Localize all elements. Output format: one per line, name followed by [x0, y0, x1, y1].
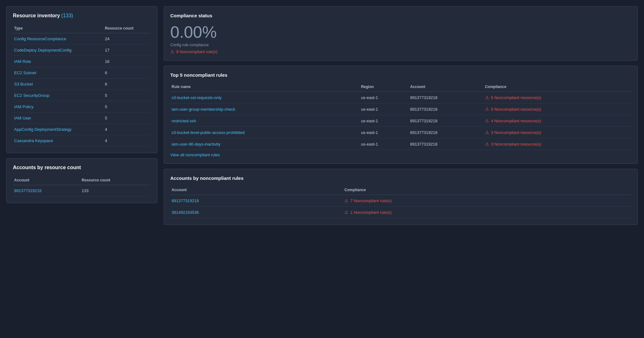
resource-inventory-card: Resource inventory (133) Type Resource c… — [6, 6, 157, 153]
account-noncompliant-col-header: Account — [170, 185, 343, 195]
rule-name-link[interactable]: iam-user-group-membership-check — [172, 107, 235, 112]
account-resource-count-cell: 133 — [81, 185, 151, 197]
resource-type-link[interactable]: EC2 SecurityGroup — [14, 93, 49, 98]
rule-name-link[interactable]: s3-bucket-ssl-requests-only — [172, 95, 222, 100]
account-cell: 891377319218 — [409, 138, 484, 150]
type-col-header: Type — [13, 24, 104, 33]
compliance-percentage: 0.00% — [170, 23, 631, 42]
rule-name-link[interactable]: restricted-ssh — [172, 119, 196, 123]
noncompliant-rules-badge: ⚠ 8 Noncompliant rule(s) — [170, 49, 631, 54]
rule-name-cell: iam-user-90-days-inactivity — [170, 138, 360, 150]
resource-count-cell: 5 — [104, 101, 151, 113]
compliance-cell: ⚠ 4 Noncompliant resource(s) — [484, 115, 631, 127]
resource-type-link[interactable]: Config ResourceCompliance — [14, 36, 66, 41]
warning-icon: ⚠ — [170, 49, 174, 54]
account-link[interactable]: 891377319218 — [14, 188, 42, 193]
compliance-cell: ⚠ 5 Noncompliant resource(s) — [484, 103, 631, 115]
compliance-text: 3 Noncompliant resource(s) — [491, 142, 541, 147]
resource-type-link[interactable]: S3 Bucket — [14, 82, 33, 86]
account-cell: 891377319218 — [409, 103, 484, 115]
resource-inventory-count: (133) — [61, 13, 73, 18]
table-row: s3-bucket-ssl-requests-only us-east-1 89… — [170, 92, 631, 103]
warning-icon: ⚠ — [344, 210, 348, 215]
warning-icon: ⚠ — [485, 95, 489, 100]
table-row: 891377319218 ⚠ 7 Noncompliant rule(s) — [170, 195, 631, 207]
top-noncompliant-title: Top 5 noncompliant rules — [170, 72, 631, 78]
warning-icon: ⚠ — [485, 141, 489, 147]
resource-count-cell: 6 — [104, 67, 151, 79]
compliance-status-card: Compliance status 0.00% Config rule comp… — [164, 6, 638, 61]
table-row: iam-user-group-membership-check us-east-… — [170, 103, 631, 115]
table-row: 891377319218 133 — [13, 185, 151, 197]
account-col-header-rules: Account — [409, 82, 484, 92]
resource-type-link[interactable]: CodeDeploy DeploymentConfig — [14, 48, 71, 53]
resource-count-cell: 16 — [104, 56, 151, 67]
resource-type-link[interactable]: IAM User — [14, 116, 31, 120]
resource-count-cell: 5 — [104, 113, 151, 124]
rule-name-cell: s3-bucket-level-public-access-prohibited — [170, 127, 360, 138]
accounts-by-resource-title: Accounts by resource count — [13, 165, 151, 170]
resource-inventory-table: Type Resource count Config ResourceCompl… — [13, 24, 151, 147]
noncompliant-compliance-cell: ⚠ 7 Noncompliant rule(s) — [343, 195, 631, 207]
resource-type-link[interactable]: EC2 Subnet — [14, 70, 36, 75]
resource-count-col-header: Resource count — [104, 24, 151, 33]
compliance-cell: ⚠ 3 Noncompliant resource(s) — [484, 127, 631, 138]
warning-icon: ⚠ — [485, 130, 489, 135]
resource-type-cell: EC2 SecurityGroup — [13, 90, 104, 101]
region-cell: us-east-1 — [360, 92, 409, 103]
accounts-by-resource-card: Accounts by resource count Account Resou… — [6, 158, 157, 203]
account-col-header: Account — [13, 175, 81, 185]
rule-name-link[interactable]: iam-user-90-days-inactivity — [172, 142, 220, 147]
resource-count-cell: 24 — [104, 33, 151, 45]
noncompliant-compliance-text: 7 Noncompliant rule(s) — [350, 198, 392, 203]
left-panel: Resource inventory (133) Type Resource c… — [6, 6, 164, 332]
resource-type-cell: CodeDeploy DeploymentConfig — [13, 45, 104, 56]
account-noncompliant-link[interactable]: 381492193536 — [172, 210, 199, 215]
table-row: s3-bucket-level-public-access-prohibited… — [170, 127, 631, 138]
resource-type-cell: Cassandra Keyspace — [13, 135, 104, 147]
accounts-noncompliant-title: Accounts by noncompliant rules — [170, 175, 631, 181]
rule-name-link[interactable]: s3-bucket-level-public-access-prohibited — [172, 130, 245, 135]
resource-type-cell: AppConfig DeploymentStrategy — [13, 124, 104, 135]
resource-type-link[interactable]: IAM Role — [14, 59, 31, 64]
resource-count-cell: 17 — [104, 45, 151, 56]
compliance-text: 4 Noncompliant resource(s) — [491, 119, 541, 123]
account-noncompliant-cell: 891377319218 — [170, 195, 343, 207]
resource-inventory-title: Resource inventory (133) — [13, 13, 151, 19]
resource-inventory-label: Resource inventory — [13, 13, 60, 18]
resource-type-cell: Config ResourceCompliance — [13, 33, 104, 45]
compliance-col-header: Compliance — [484, 82, 631, 92]
view-all-noncompliant-link[interactable]: View all noncompliant rules — [170, 152, 220, 157]
table-row: CodeDeploy DeploymentConfig 17 — [13, 45, 151, 56]
warning-icon: ⚠ — [485, 107, 489, 112]
account-cell: 891377319218 — [13, 185, 81, 197]
account-noncompliant-cell: 381492193536 — [170, 207, 343, 218]
rule-name-cell: s3-bucket-ssl-requests-only — [170, 92, 360, 103]
table-row: restricted-ssh us-east-1 891377319218 ⚠ … — [170, 115, 631, 127]
resource-count-cell: 5 — [104, 90, 151, 101]
resource-type-cell: S3 Bucket — [13, 79, 104, 90]
resource-type-link[interactable]: Cassandra Keyspace — [14, 138, 53, 143]
rule-name-cell: restricted-ssh — [170, 115, 360, 127]
noncompliant-compliance-text: 1 Noncompliant rule(s) — [350, 210, 392, 215]
table-row: iam-user-90-days-inactivity us-east-1 89… — [170, 138, 631, 150]
compliance-cell: ⚠ 5 Noncompliant resource(s) — [484, 92, 631, 103]
compliance-text: 3 Noncompliant resource(s) — [491, 130, 541, 135]
region-cell: us-east-1 — [360, 115, 409, 127]
resource-count-cell: 4 — [104, 135, 151, 147]
noncompliant-compliance-cell: ⚠ 1 Noncompliant rule(s) — [343, 207, 631, 218]
account-noncompliant-link[interactable]: 891377319218 — [172, 198, 199, 203]
rule-name-col-header: Rule name — [170, 82, 360, 92]
accounts-by-noncompliant-card: Accounts by noncompliant rules Account C… — [164, 169, 638, 225]
table-row: Config ResourceCompliance 24 — [13, 33, 151, 45]
resource-type-cell: EC2 Subnet — [13, 67, 104, 79]
resource-count-cell: 6 — [104, 79, 151, 90]
compliance-text: 5 Noncompliant resource(s) — [491, 95, 541, 100]
resource-type-link[interactable]: IAM Policy — [14, 104, 33, 109]
resource-type-link[interactable]: AppConfig DeploymentStrategy — [14, 127, 71, 132]
table-row: EC2 Subnet 6 — [13, 67, 151, 79]
resource-type-cell: IAM Policy — [13, 101, 104, 113]
top-noncompliant-rules-card: Top 5 noncompliant rules Rule name Regio… — [164, 66, 638, 164]
resource-count-col-header-2: Resource count — [81, 175, 151, 185]
compliance-status-title: Compliance status — [170, 13, 631, 18]
